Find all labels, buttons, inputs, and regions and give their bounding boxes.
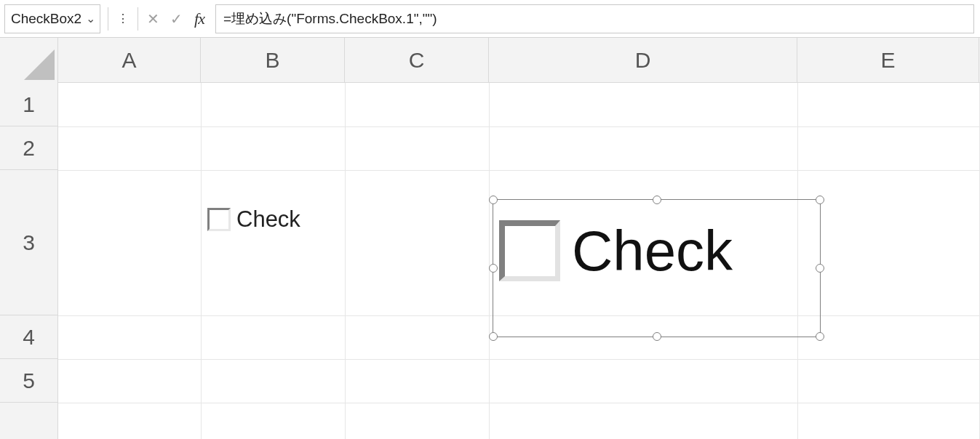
- column-header-a[interactable]: A: [58, 38, 201, 82]
- formula-input-value: =埋め込み("Forms.CheckBox.1",""): [223, 9, 437, 28]
- select-all-corner[interactable]: [0, 38, 58, 83]
- formula-input[interactable]: =埋め込み("Forms.CheckBox.1",""): [215, 4, 974, 33]
- resize-handle[interactable]: [816, 332, 824, 341]
- resize-handle[interactable]: [653, 196, 661, 204]
- checkbox-icon: [499, 220, 560, 281]
- checkbox-label: Check: [236, 206, 300, 233]
- column-header-e[interactable]: E: [797, 38, 979, 82]
- resize-handle[interactable]: [489, 264, 498, 273]
- enter-icon[interactable]: ✓: [166, 7, 186, 31]
- gridline: [58, 403, 980, 403]
- resize-handle[interactable]: [816, 264, 824, 273]
- formula-buttons: ⋮ ✕ ✓ fx: [106, 4, 210, 33]
- formula-bar: CheckBox2 ⌄ ⋮ ✕ ✓ fx =埋め込み("Forms.CheckB…: [0, 0, 980, 38]
- resize-handle[interactable]: [816, 196, 824, 204]
- row-header-1[interactable]: 1: [0, 83, 57, 126]
- checkbox-label: Check: [572, 222, 733, 279]
- gridline: [201, 83, 202, 439]
- more-icon[interactable]: ⋮: [113, 7, 133, 31]
- column-headers: A B C D E: [0, 38, 980, 83]
- column-header-c[interactable]: C: [345, 38, 489, 82]
- selected-object-frame[interactable]: Check: [493, 199, 821, 337]
- checkbox-control-small[interactable]: Check: [207, 206, 300, 233]
- row-header-5[interactable]: 5: [0, 359, 57, 403]
- fx-icon[interactable]: fx: [189, 7, 210, 31]
- name-box-value: CheckBox2: [11, 11, 81, 27]
- row-header-2[interactable]: 2: [0, 126, 57, 170]
- column-header-d[interactable]: D: [489, 38, 797, 82]
- spreadsheet: A B C D E 1 2 3 4 5 Check: [0, 38, 980, 439]
- checkbox-icon: [207, 208, 231, 231]
- column-header-b[interactable]: B: [201, 38, 345, 82]
- cells-area[interactable]: Check Check: [58, 83, 980, 439]
- gridline: [58, 170, 980, 171]
- gridline: [58, 359, 980, 360]
- resize-handle[interactable]: [489, 332, 498, 341]
- row-header-3[interactable]: 3: [0, 170, 57, 315]
- resize-handle[interactable]: [489, 196, 498, 204]
- chevron-down-icon: ⌄: [86, 12, 95, 25]
- row-header-4[interactable]: 4: [0, 315, 57, 359]
- cancel-icon[interactable]: ✕: [143, 7, 163, 31]
- resize-handle[interactable]: [653, 332, 661, 341]
- gridline: [345, 83, 346, 439]
- separator: [108, 7, 108, 31]
- checkbox-control-large[interactable]: Check: [499, 220, 733, 281]
- row-headers: 1 2 3 4 5: [0, 83, 58, 439]
- name-box[interactable]: CheckBox2 ⌄: [4, 4, 100, 33]
- gridline: [489, 83, 490, 439]
- separator: [138, 7, 138, 31]
- gridline: [58, 126, 980, 127]
